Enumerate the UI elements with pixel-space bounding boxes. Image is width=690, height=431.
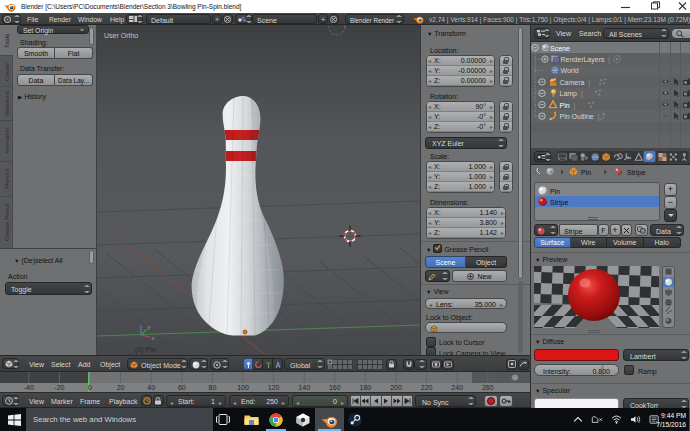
- svg-text:160: 160: [329, 384, 341, 391]
- svg-text:40: 40: [147, 384, 155, 391]
- svg-text:200: 200: [390, 384, 402, 391]
- svg-text:-20: -20: [54, 384, 64, 391]
- svg-text:20: 20: [117, 384, 125, 391]
- svg-text:User Ortho: User Ortho: [104, 32, 138, 39]
- svg-text:y: y: [148, 324, 151, 330]
- svg-text:-40: -40: [24, 384, 34, 391]
- svg-text:0: 0: [88, 384, 92, 391]
- svg-text:100: 100: [237, 384, 249, 391]
- svg-text:(0) Pin: (0) Pin: [135, 346, 156, 354]
- svg-text:x: x: [152, 335, 155, 341]
- svg-text:140: 140: [298, 384, 310, 391]
- svg-text:80: 80: [209, 384, 217, 391]
- svg-text:240: 240: [451, 384, 463, 391]
- svg-text:180: 180: [360, 384, 372, 391]
- svg-text:60: 60: [178, 384, 186, 391]
- svg-text:260: 260: [482, 384, 494, 391]
- svg-text:220: 220: [421, 384, 433, 391]
- svg-text:120: 120: [268, 384, 280, 391]
